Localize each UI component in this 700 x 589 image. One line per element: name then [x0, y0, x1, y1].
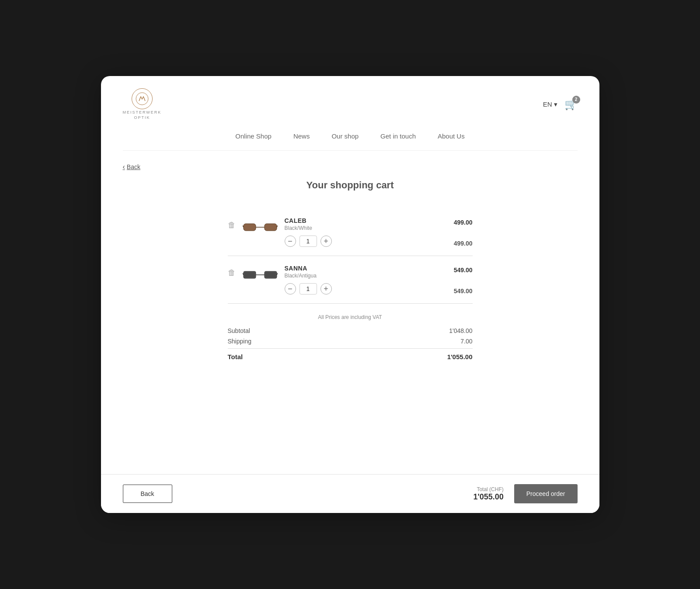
- delete-item-2-button[interactable]: 🗑: [228, 268, 236, 277]
- item-2-details: SANNA Black/Antigua − +: [285, 265, 431, 294]
- footer-back-button[interactable]: Back: [123, 485, 172, 503]
- item-2-unit-price: 549.00: [454, 267, 473, 274]
- total-row: Total 1'055.00: [228, 348, 473, 360]
- item-1-details: CALEB Black/White − +: [285, 217, 431, 247]
- header: MEISTERWERK OPTIK EN ▾ 🛒 2: [101, 76, 599, 120]
- vat-notice: All Prices are including VAT: [228, 314, 473, 320]
- item-1-variant: Black/White: [285, 225, 431, 231]
- cart-badge: 2: [572, 96, 580, 104]
- item-2-price: 549.00 549.00: [438, 265, 473, 294]
- item-2-qty-input[interactable]: [300, 283, 317, 294]
- delete-item-1-button[interactable]: 🗑: [228, 221, 236, 230]
- proceed-order-button[interactable]: Proceed order: [514, 484, 578, 503]
- nav-item-online-shop[interactable]: Online Shop: [235, 132, 272, 140]
- cart-items-list: 🗑 CALEB Black/White: [228, 208, 473, 304]
- total-value: 1'055.00: [447, 353, 473, 360]
- svg-rect-1: [244, 224, 256, 231]
- footer-total-label: Total (CHF): [473, 486, 503, 492]
- footer-right: Total (CHF) 1'055.00 Proceed order: [473, 484, 577, 503]
- svg-rect-9: [244, 272, 255, 277]
- item-2-total-price: 549.00: [454, 288, 473, 294]
- cart-summary: All Prices are including VAT Subtotal 1'…: [228, 314, 473, 360]
- item-1-qty-control: − +: [285, 236, 431, 247]
- item-2-image: [243, 265, 278, 287]
- footer-bar: Back Total (CHF) 1'055.00 Proceed order: [101, 474, 599, 513]
- shipping-label: Shipping: [228, 338, 252, 345]
- chevron-down-icon: ▾: [554, 100, 557, 108]
- footer-total: Total (CHF) 1'055.00: [473, 486, 503, 502]
- header-right: EN ▾ 🛒 2: [543, 98, 578, 111]
- subtotal-label: Subtotal: [228, 327, 250, 334]
- subtotal-row: Subtotal 1'048.00: [228, 327, 473, 334]
- svg-rect-10: [265, 272, 276, 277]
- nav-item-get-in-touch[interactable]: Get in touch: [380, 132, 416, 140]
- logo[interactable]: MEISTERWERK OPTIK: [123, 88, 162, 120]
- back-link[interactable]: ‹ Back: [123, 163, 140, 171]
- svg-rect-2: [265, 224, 277, 231]
- item-1-image: [243, 217, 278, 239]
- nav-item-about-us[interactable]: About Us: [438, 132, 465, 140]
- item-2-variant: Black/Antigua: [285, 273, 431, 279]
- main-nav: Online Shop News Our shop Get in touch A…: [123, 120, 578, 151]
- item-2-qty-control: − +: [285, 283, 431, 294]
- item-1-name: CALEB: [285, 217, 431, 224]
- logo-text: MEISTERWERK OPTIK: [123, 110, 162, 120]
- total-label: Total: [228, 353, 243, 360]
- subtotal-value: 1'048.00: [449, 327, 472, 334]
- item-1-decrease-button[interactable]: −: [285, 236, 296, 247]
- item-1-total-price: 499.00: [454, 240, 473, 247]
- item-1-unit-price: 499.00: [454, 219, 473, 226]
- page-title: Your shopping cart: [123, 180, 578, 191]
- item-1-increase-button[interactable]: +: [320, 236, 332, 247]
- cart-item: 🗑 SANNA Bla: [228, 256, 473, 304]
- cart-button[interactable]: 🛒 2: [564, 98, 578, 111]
- nav-item-our-shop[interactable]: Our shop: [331, 132, 359, 140]
- item-1-qty-input[interactable]: [300, 236, 317, 247]
- item-2-increase-button[interactable]: +: [320, 283, 332, 294]
- lang-selector[interactable]: EN ▾: [543, 100, 557, 108]
- cart-item: 🗑 CALEB Black/White: [228, 208, 473, 256]
- nav-item-news[interactable]: News: [293, 132, 310, 140]
- shipping-row: Shipping 7.00: [228, 338, 473, 345]
- page-content: ‹ Back Your shopping cart 🗑: [101, 151, 599, 448]
- item-2-name: SANNA: [285, 265, 431, 272]
- logo-icon: [132, 88, 153, 109]
- chevron-left-icon: ‹: [123, 163, 125, 171]
- item-1-price: 499.00 499.00: [438, 217, 473, 247]
- back-link-text: Back: [127, 163, 140, 170]
- item-2-decrease-button[interactable]: −: [285, 283, 296, 294]
- lang-label: EN: [543, 100, 552, 108]
- shipping-value: 7.00: [460, 338, 472, 345]
- footer-total-amount: 1'055.00: [473, 492, 503, 502]
